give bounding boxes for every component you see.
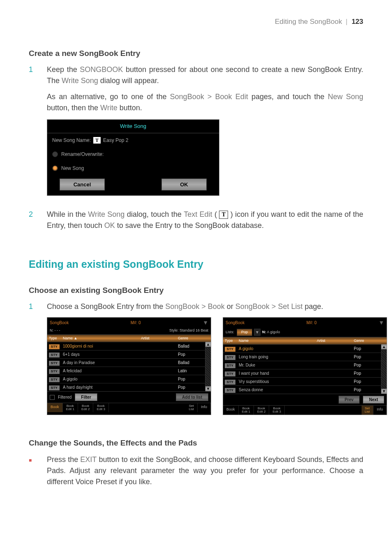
lists-label: Lists: [226,330,234,335]
col-artist[interactable]: Artist [139,335,176,342]
sty-badge: STY [49,361,60,366]
filter-button[interactable]: Filter [75,393,97,401]
section-editing-existing: Editing an existing SongBook Entry [29,257,363,272]
sty-badge: STY [49,377,60,382]
tab-book[interactable]: Book [223,406,239,415]
col-name[interactable]: Name [237,337,315,345]
type-cell: STY [47,367,61,375]
songbook-setlist-panel: SongBook M#: 0 ▼ Lists: Pop ▼ N: A gigol… [223,317,387,415]
ok-button[interactable]: OK [161,179,207,191]
sty-badge: STY [49,369,60,374]
col-type[interactable]: Type [223,337,237,345]
table-row[interactable]: STYA gigoloPop [223,344,381,353]
rename-option[interactable]: Rename/Overwrite: [47,147,219,161]
tab-book-edit-3[interactable]: BookEdit 3 [269,406,284,415]
sty-badge: STY [49,353,60,357]
table-row[interactable]: STYA felicidadLatin [47,367,205,375]
menu-dropdown-icon[interactable]: ▼ [378,318,384,327]
table-row[interactable]: STYMr. DukePop [223,361,381,369]
name-value: Easy Pop 2 [103,137,128,144]
list-selector[interactable]: Pop [237,329,252,336]
artist-cell [139,362,176,364]
tab-label-line2: Edit 1 [242,410,250,413]
radio-on-icon [52,165,58,171]
add-to-list-button[interactable]: Add to list [176,393,208,401]
label: Name [63,336,73,340]
col-type[interactable]: Type [47,335,61,342]
scroll-up-icon[interactable]: ▲ [381,344,387,349]
scroll-up-icon[interactable]: ▲ [205,342,211,347]
scroll-down-icon[interactable]: ▼ [205,386,211,391]
table-row[interactable]: STY1000giorni di noiBallad [47,342,205,350]
name-cell: A hard day/night [61,383,139,391]
name-label: New Song Name: [52,137,91,144]
tab-book-edit-2[interactable]: BookEdit 2 [78,403,93,412]
filter-bar: Filtered Filter Add to list [47,391,211,403]
col-genre[interactable]: Genre [352,337,381,345]
filtered-checkbox[interactable] [50,395,55,400]
artist-cell [315,389,352,391]
col-genre[interactable]: Genre [176,335,205,342]
ui-term: Write [100,104,118,112]
genre-cell: Pop [352,361,381,369]
text: Keep the [47,65,80,74]
text: page. [302,302,323,311]
scrollbar[interactable]: ▲ ▼ [381,344,387,394]
scroll-down-icon[interactable]: ▼ [381,389,387,394]
panel-title: SongBook [50,320,69,326]
col-name[interactable]: Name ▲ [61,335,139,342]
table-row[interactable]: STYSenza donnePop [223,385,381,394]
sty-badge: STY [49,344,60,349]
table-row[interactable]: STYA hard day/nightPop [47,383,205,391]
col-scrollbar-spacer [205,335,211,342]
tab-book-edit-1[interactable]: BookEdit 1 [63,403,78,412]
artist-cell [315,381,352,383]
tab-book-edit-2[interactable]: BookEdit 2 [254,406,269,415]
tab-info[interactable]: Info [374,406,387,415]
table-row[interactable]: STYVry superstitiousPop [223,377,381,385]
chevron-down-icon[interactable]: ▼ [254,329,261,336]
rename-label: Rename/Overwrite: [61,151,104,158]
table-row[interactable]: STYA day in ParadiseBallad [47,358,205,367]
genre-cell: Ballad [176,342,205,350]
table-row[interactable]: STYLong train goingPop [223,353,381,361]
tab-label-line2: Edit 3 [97,408,105,411]
prev-button[interactable]: Prev [339,396,360,404]
tab-book-edit-1[interactable]: BookEdit 1 [239,406,254,415]
sty-badge: STY [225,371,235,376]
tab-spacer [285,406,362,415]
page-number: 123 [352,18,363,26]
text: ( [212,210,219,218]
tab-set-list[interactable]: SetList [186,403,198,412]
list-rows: STY1000giorni di noiBalladSTY6+1 daysPop… [47,342,205,391]
genre-cell: Pop [352,369,381,377]
genre-cell: Pop [352,378,381,385]
genre-cell: Ballad [176,359,205,367]
next-button[interactable]: Next [363,396,384,404]
dialog-buttons: Cancel OK [47,175,219,196]
new-song-option[interactable]: New Song [47,161,219,175]
table-row[interactable]: STYA gigoloPop [47,375,205,383]
list-rows-with-scroll: STYA gigoloPopSTYLong train goingPopSTYM… [223,344,387,394]
n-field: N: - - - [50,328,60,334]
text-edit-icon: T [219,211,228,219]
table-row[interactable]: STYI want your handPop [223,369,381,377]
text-edit-icon[interactable]: T [93,137,101,144]
col-scrollbar-spacer [381,337,387,345]
genre-cell: Pop [352,345,381,353]
name-cell: A gigolo [61,375,139,383]
table-row[interactable]: STY6+1 daysPop [47,350,205,358]
col-artist[interactable]: Artist [315,337,352,345]
cancel-button[interactable]: Cancel [60,179,105,191]
panel-tabs: BookBookEdit 1BookEdit 2BookEdit 3SetLis… [47,403,211,412]
panel-titlebar: SongBook M#: 0 ▼ [47,318,211,328]
tab-book-edit-3[interactable]: BookEdit 3 [93,403,108,412]
tab-info[interactable]: Info [198,403,211,412]
measure-counter: M#: 0 [307,320,317,326]
menu-dropdown-icon[interactable]: ▼ [203,318,208,327]
tab-set-list[interactable]: SetList [362,406,374,415]
songbook-book-panel: SongBook M#: 0 ▼ N: - - - Style: Standar… [47,317,211,415]
scrollbar[interactable]: ▲ ▼ [205,342,211,391]
songbook-screenshots: SongBook M#: 0 ▼ N: - - - Style: Standar… [47,317,387,415]
tab-book[interactable]: Book [47,403,63,412]
